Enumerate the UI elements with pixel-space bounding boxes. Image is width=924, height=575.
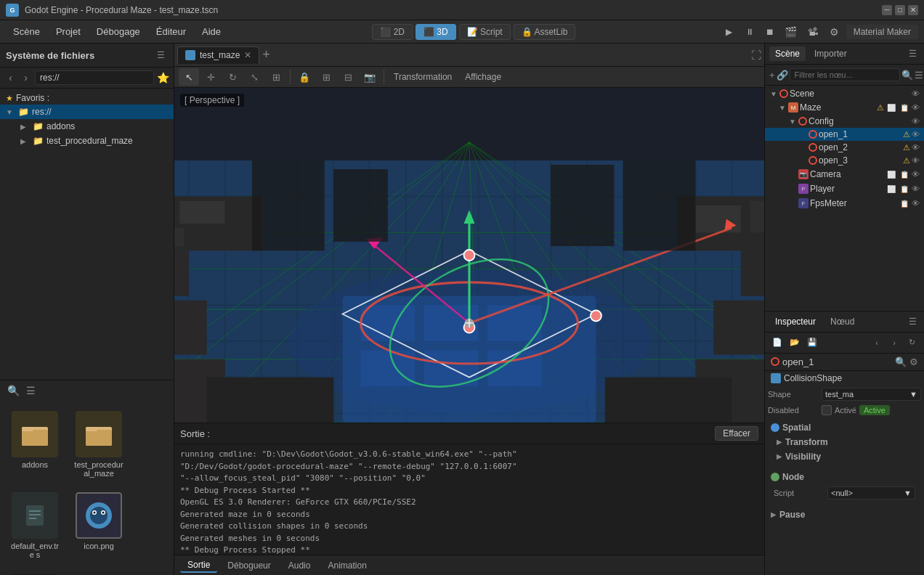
scene-node-fps-action1[interactable]: 📋 (899, 197, 910, 209)
inspector-disabled-checkbox[interactable] (822, 405, 832, 415)
inspector-tab-inspector[interactable]: Inspecteur (769, 314, 822, 329)
scene-node-maze-action2[interactable]: 📋 (899, 102, 910, 113)
pause-button[interactable]: ⏸ (740, 23, 759, 41)
file-item-addons[interactable]: addons (6, 407, 64, 482)
snap-tool-button[interactable]: ⊟ (338, 68, 358, 86)
fs-favorites-header[interactable]: ★ Favoris : (0, 91, 174, 105)
tree-item-addons[interactable]: ▶ 📁 addons (0, 119, 174, 134)
inspector-tab-node[interactable]: Nœud (824, 314, 860, 329)
maximize-viewport-button[interactable]: ⛶ (751, 49, 761, 61)
scene-node-scene-arrow[interactable]: ▼ (769, 90, 778, 98)
scene-node-open3[interactable]: open_3 ⚠ 👁 (765, 154, 924, 167)
output-tab-animation[interactable]: Animation (320, 559, 373, 572)
scene-node-open1-visibility[interactable]: 👁 (912, 130, 920, 139)
scene-node-maze-arrow[interactable]: ▼ (778, 104, 787, 112)
inspector-spatial-header[interactable]: Spatial (771, 420, 918, 435)
scene-node-player[interactable]: P Player ⬜ 📋 👁 (765, 182, 924, 196)
tab-test-maze[interactable]: test_maze ✕ (177, 46, 259, 64)
group-tool-button[interactable]: ⊞ (316, 68, 336, 86)
scene-node-open2[interactable]: open_2 ⚠ 👁 (765, 141, 924, 154)
menu-project[interactable]: Projet (49, 23, 88, 40)
inspector-visibility-header[interactable]: ▶ Visibility (771, 449, 918, 464)
fs-menu-button[interactable]: ☰ (153, 48, 168, 62)
inspector-menu-button[interactable]: ☰ (905, 314, 920, 329)
scene-panel-menu[interactable]: ☰ (905, 46, 920, 61)
scene-link-button[interactable]: 🔗 (777, 67, 788, 83)
tree-arrow-res[interactable]: ▼ (6, 108, 15, 116)
transform-tool-button[interactable]: ⊞ (266, 68, 286, 86)
inspector-shape-dropdown[interactable]: test_ma ▼ (822, 388, 921, 401)
scene-node-open3-visibility[interactable]: 👁 (912, 156, 920, 165)
inspector-history-forward[interactable]: › (886, 335, 902, 351)
fs-grid-search-button[interactable]: 🔍 (6, 383, 20, 398)
menu-scene[interactable]: Scène (6, 23, 47, 40)
transformation-menu-button[interactable]: Transformation (388, 70, 458, 83)
scene-options-button[interactable]: ☰ (915, 67, 923, 83)
scene-node-scene[interactable]: ▼ Scene 👁 (765, 87, 924, 100)
tree-item-test-procedural[interactable]: ▶ 📁 test_procedural_maze (0, 134, 174, 148)
scene-node-camera[interactable]: 📷 Camera ⬜ 📋 👁 (765, 167, 924, 182)
scene-node-maze-action1[interactable]: ⬜ (885, 102, 897, 113)
close-button[interactable]: ✕ (908, 5, 918, 15)
scene-node-camera-action2[interactable]: 📋 (899, 168, 910, 180)
more-options-button[interactable]: ⚙ (824, 23, 845, 41)
affichage-menu-button[interactable]: Affichage (459, 70, 507, 83)
scene-tab-import[interactable]: Importer (808, 46, 853, 61)
inspector-settings-button[interactable]: ⚙ (909, 356, 918, 367)
scene-node-open2-visibility[interactable]: 👁 (912, 143, 920, 152)
tree-arrow-addons[interactable]: ▶ (20, 123, 29, 131)
scene-node-config-visibility[interactable]: 👁 (912, 117, 920, 126)
scene-filter-input[interactable] (790, 68, 900, 81)
mode-assetlib-button[interactable]: 🔒 AssetLib (514, 24, 576, 40)
menu-debug[interactable]: Débogage (89, 23, 147, 40)
tab-add-button[interactable]: + (262, 47, 270, 62)
fs-back-button[interactable]: ‹ (4, 70, 17, 85)
minimize-button[interactable]: ─ (882, 5, 892, 15)
file-item-icon-png[interactable]: icon.png (70, 488, 128, 563)
play-custom-button[interactable]: 📽 (803, 23, 823, 41)
play-scene-button[interactable]: 🎬 (781, 23, 801, 41)
stop-button[interactable]: ⏹ (761, 23, 779, 41)
tree-item-res[interactable]: ▼ 📁 res:// (0, 105, 174, 119)
3d-viewport[interactable]: [ Perspective ] (174, 88, 764, 423)
file-item-default-env[interactable]: default_env.tre s (6, 488, 64, 563)
lock-tool-button[interactable]: 🔒 (294, 68, 315, 86)
inspector-transform-header[interactable]: ▶ Transform (771, 435, 918, 449)
scene-tab-scene[interactable]: Scène (769, 46, 806, 61)
file-item-icon-svg[interactable]: icon.svg (6, 569, 64, 575)
output-tab-sortie[interactable]: Sortie (180, 558, 217, 573)
output-clear-button[interactable]: Effacer (715, 426, 758, 441)
mode-script-button[interactable]: 📝 Script (459, 24, 511, 40)
scene-node-player-action1[interactable]: ⬜ (885, 183, 897, 195)
mode-3d-button[interactable]: ⬛ 3D (416, 24, 456, 40)
menu-help[interactable]: Aide (195, 23, 228, 40)
fs-forward-button[interactable]: › (20, 70, 32, 85)
scene-node-scene-visibility[interactable]: 👁 (912, 89, 920, 98)
file-item-test-maze[interactable]: test_procedur al_maze (70, 407, 128, 482)
scene-node-maze[interactable]: ▼ M Maze ⚠ ⬜ 📋 👁 (765, 100, 924, 115)
scene-node-maze-visibility[interactable]: 👁 (912, 103, 920, 112)
maximize-button[interactable]: □ (895, 5, 905, 15)
scene-node-camera-visibility[interactable]: 👁 (912, 170, 920, 179)
scene-node-player-visibility[interactable]: 👁 (912, 184, 920, 193)
output-tab-debugger[interactable]: Débogueur (220, 559, 277, 572)
scene-node-open1[interactable]: open_1 ⚠ 👁 (765, 128, 924, 141)
rotate-tool-button[interactable]: ↻ (222, 68, 243, 86)
scale-tool-button[interactable]: ⤡ (244, 68, 264, 86)
scene-node-camera-action1[interactable]: ⬜ (885, 168, 897, 180)
inspector-script-dropdown[interactable]: <null> ▼ (827, 486, 915, 499)
mode-2d-button[interactable]: ⬛ 2D (372, 24, 413, 40)
inspector-new-button[interactable]: 📄 (769, 335, 785, 351)
inspector-open-button[interactable]: 📂 (787, 335, 803, 351)
inspector-save-button[interactable]: 💾 (804, 335, 820, 351)
material-maker-button[interactable]: Material Maker (846, 25, 918, 39)
scene-node-fps-visibility[interactable]: 👁 (912, 199, 920, 208)
scene-node-player-action2[interactable]: 📋 (899, 183, 910, 195)
output-tab-audio[interactable]: Audio (281, 559, 318, 572)
inspector-node-section-header[interactable]: Node (771, 470, 918, 484)
fs-bookmark-button[interactable]: ⭐ (157, 70, 169, 85)
menu-editor[interactable]: Éditeur (149, 23, 193, 40)
tab-close-button[interactable]: ✕ (244, 50, 251, 60)
play-button[interactable]: ▶ (720, 23, 739, 41)
inspector-search-button[interactable]: 🔍 (895, 356, 907, 367)
